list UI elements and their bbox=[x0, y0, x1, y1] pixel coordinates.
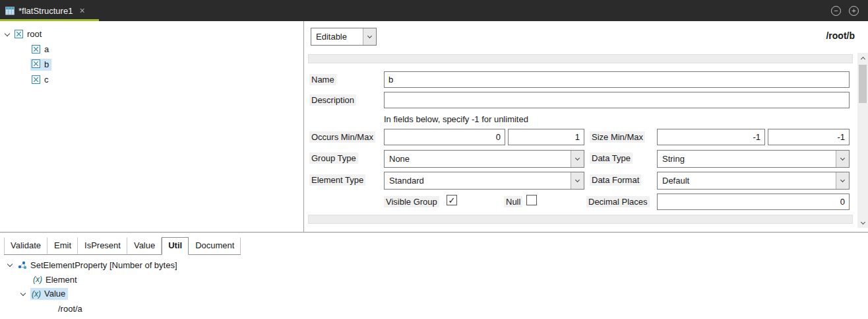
element-icon bbox=[15, 30, 24, 39]
chevron-down-icon[interactable] bbox=[5, 30, 10, 36]
bottom-tabbar: Validate Emit IsPresent Value Util Docum… bbox=[4, 237, 241, 255]
tree-item-c[interactable]: c bbox=[0, 72, 303, 87]
scroll-down-icon[interactable] bbox=[857, 217, 868, 228]
tree-item-label: b bbox=[44, 59, 49, 69]
rule-item-root-a[interactable]: /root/a bbox=[0, 301, 868, 316]
size-minmax-label: Size Min/Max bbox=[590, 131, 645, 143]
element-type-dropdown[interactable]: Standard bbox=[384, 172, 584, 190]
chevron-down-icon[interactable] bbox=[20, 291, 26, 296]
main-split: root a bbox=[0, 21, 868, 232]
selected-rule-item[interactable]: (x) Value bbox=[30, 288, 68, 300]
maximize-icon[interactable]: + bbox=[849, 6, 859, 16]
description-input[interactable] bbox=[384, 92, 850, 108]
tab-validate[interactable]: Validate bbox=[4, 237, 47, 254]
name-label: Name bbox=[309, 74, 336, 85]
occurs-min-input[interactable] bbox=[384, 129, 505, 145]
rule-item-element[interactable]: (x) Element bbox=[0, 272, 868, 287]
unlimited-note: In fields below, specify -1 for unlimite… bbox=[384, 114, 528, 124]
tab-document[interactable]: Document bbox=[189, 237, 241, 254]
decimal-places-input[interactable] bbox=[657, 194, 850, 210]
element-icon bbox=[32, 59, 41, 69]
active-tab-underline bbox=[0, 19, 99, 21]
occurs-minmax-label: Occurs Min/Max bbox=[309, 131, 375, 143]
visible-group-label: Visible Group bbox=[384, 196, 439, 207]
tab-label: *flatStructure1 bbox=[18, 6, 73, 16]
tree-item-label: c bbox=[44, 75, 49, 85]
rule-tree: SetElementProperty [Number of bytes] (x)… bbox=[0, 258, 868, 316]
element-type-label: Element Type bbox=[309, 174, 365, 186]
edit-mode-value: Editable bbox=[311, 32, 363, 42]
data-format-value: Default bbox=[658, 176, 836, 186]
rule-item-label: /root/a bbox=[58, 304, 82, 314]
tree-item-label: root bbox=[27, 29, 42, 39]
scroll-up-icon[interactable] bbox=[857, 53, 868, 63]
chevron-down-icon[interactable] bbox=[836, 151, 849, 167]
null-label: Null bbox=[504, 196, 522, 207]
variable-icon: (x) bbox=[32, 289, 41, 299]
group-type-label: Group Type bbox=[309, 153, 358, 164]
chevron-down-icon[interactable] bbox=[363, 28, 376, 45]
tab-emit[interactable]: Emit bbox=[47, 237, 78, 254]
vertical-scrollbar[interactable] bbox=[857, 53, 868, 228]
minimize-icon[interactable]: − bbox=[831, 6, 841, 16]
data-type-dropdown[interactable]: String bbox=[657, 150, 850, 168]
check-icon: ✓ bbox=[449, 196, 456, 205]
tab-ispresent[interactable]: IsPresent bbox=[78, 237, 127, 254]
rule-item-label: Value bbox=[44, 289, 65, 299]
occurs-max-input[interactable] bbox=[508, 129, 584, 145]
editor-tab[interactable]: *flatStructure1 × bbox=[0, 0, 99, 21]
tab-util[interactable]: Util bbox=[162, 237, 189, 255]
description-label: Description bbox=[309, 94, 356, 106]
data-type-label: Data Type bbox=[590, 153, 633, 164]
group-type-value: None bbox=[385, 154, 571, 164]
rule-item-label: Element bbox=[46, 275, 77, 285]
rule-item-setelementproperty[interactable]: SetElementProperty [Number of bytes] bbox=[0, 258, 868, 272]
group-type-dropdown[interactable]: None bbox=[384, 150, 584, 168]
data-type-value: String bbox=[658, 154, 836, 164]
element-icon bbox=[32, 75, 41, 85]
tree-item-label: a bbox=[44, 44, 49, 54]
element-icon bbox=[32, 45, 41, 54]
titlebar: *flatStructure1 × − + bbox=[0, 0, 868, 21]
properties-panel: Editable /root/b Name Description In fie… bbox=[304, 21, 868, 232]
size-max-input[interactable] bbox=[768, 129, 850, 145]
rules-panel: Validate Emit IsPresent Value Util Docum… bbox=[0, 232, 868, 319]
data-format-label: Data Format bbox=[590, 174, 641, 186]
scrollbar-track[interactable] bbox=[857, 63, 868, 217]
chevron-down-icon[interactable] bbox=[571, 151, 584, 167]
structure-file-icon bbox=[5, 6, 15, 15]
decimal-places-label: Decimal Places bbox=[586, 196, 650, 207]
structure-tree-panel: root a bbox=[0, 21, 304, 232]
chevron-down-icon[interactable] bbox=[836, 172, 849, 189]
separator-bar-bottom bbox=[308, 215, 853, 224]
chevron-down-icon[interactable] bbox=[7, 262, 13, 267]
element-type-value: Standard bbox=[385, 176, 571, 186]
null-checkbox[interactable] bbox=[526, 195, 537, 205]
size-min-input[interactable] bbox=[657, 129, 765, 145]
tab-close-icon[interactable]: × bbox=[79, 5, 84, 16]
rule-item-label: SetElementProperty [Number of bytes] bbox=[30, 260, 177, 270]
app-window: *flatStructure1 × − + root bbox=[0, 0, 868, 319]
element-path: /root/b bbox=[826, 30, 855, 41]
variable-icon: (x) bbox=[33, 275, 42, 284]
tree-item-root[interactable]: root bbox=[0, 26, 303, 42]
scrollbar-thumb[interactable] bbox=[859, 65, 867, 103]
tree-item-a[interactable]: a bbox=[0, 42, 303, 57]
selected-tree-item[interactable]: b bbox=[30, 59, 51, 71]
edit-mode-dropdown[interactable]: Editable bbox=[311, 28, 377, 46]
tree-item-b[interactable]: b bbox=[0, 57, 303, 72]
chevron-down-icon[interactable] bbox=[571, 172, 584, 189]
data-format-dropdown[interactable]: Default bbox=[657, 172, 850, 190]
name-input[interactable] bbox=[384, 71, 850, 88]
titlebar-controls: − + bbox=[831, 6, 868, 16]
tab-value[interactable]: Value bbox=[127, 237, 162, 254]
rule-item-value[interactable]: (x) Value bbox=[0, 287, 868, 301]
function-icon bbox=[17, 260, 27, 270]
separator-bar-top bbox=[308, 54, 853, 63]
visible-group-checkbox[interactable]: ✓ bbox=[447, 195, 457, 205]
